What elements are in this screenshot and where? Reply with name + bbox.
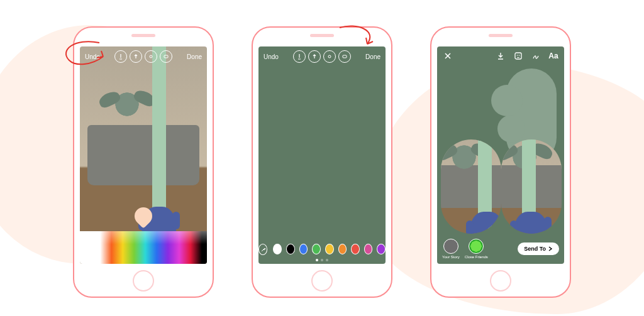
swatch-yellow[interactable]	[325, 244, 334, 254]
erased-reveal-right	[501, 139, 562, 234]
candle	[152, 46, 166, 216]
svg-point-0	[150, 55, 152, 58]
phone2-screen: Undo Done	[258, 46, 386, 264]
neon-tool[interactable]	[145, 50, 157, 63]
marker-tool[interactable]	[293, 50, 306, 63]
swatch-black[interactable]	[286, 244, 295, 254]
send-to-label: Send To	[524, 246, 546, 252]
page-dots	[258, 259, 386, 261]
swatch-purple[interactable]	[377, 244, 386, 254]
planter	[87, 125, 199, 186]
page-dot	[321, 259, 323, 261]
swatch-blue[interactable]	[299, 244, 308, 254]
sticker-icon[interactable]	[513, 50, 524, 62]
draw-icon[interactable]	[530, 50, 541, 62]
neon-tool[interactable]	[323, 50, 336, 63]
close-friends-label: Close Friends	[465, 255, 488, 259]
phone3-screen: Aa Your Story Close Friends Send To	[437, 46, 564, 264]
phone-row: Undo Done Undo	[0, 0, 644, 298]
swatch-pink[interactable]	[364, 244, 373, 254]
swatch-white[interactable]	[273, 244, 282, 254]
svg-point-2	[328, 55, 331, 58]
close-friends-button[interactable]: Close Friends	[465, 239, 488, 259]
color-spectrum[interactable]	[80, 231, 207, 264]
svg-rect-3	[343, 55, 347, 58]
swatch-orange[interactable]	[338, 244, 347, 254]
done-button[interactable]: Done	[186, 53, 203, 60]
svg-rect-1	[164, 55, 168, 58]
annotation-arrow-to-done	[336, 25, 380, 54]
done-button[interactable]: Done	[364, 53, 382, 60]
text-icon[interactable]: Aa	[548, 50, 559, 62]
undo-button[interactable]: Undo	[262, 53, 280, 60]
phone-frame-3: Aa Your Story Close Friends Send To	[430, 26, 571, 298]
svg-rect-4	[515, 53, 521, 59]
solid-fill	[258, 46, 386, 264]
phone-frame-1: Undo Done	[73, 26, 214, 298]
page-dot	[316, 259, 318, 261]
page-dot	[326, 259, 328, 261]
arrow-tool[interactable]	[308, 50, 321, 63]
home-button	[311, 270, 333, 291]
save-icon[interactable]	[495, 50, 506, 62]
color-swatches	[258, 244, 386, 255]
svg-point-5	[517, 55, 518, 56]
your-story-label: Your Story	[442, 255, 460, 259]
send-to-button[interactable]: Send To	[518, 242, 559, 255]
eraser-tool[interactable]	[160, 50, 172, 63]
swatch-red[interactable]	[351, 244, 360, 254]
home-button	[133, 270, 154, 291]
swatch-green[interactable]	[312, 244, 321, 254]
close-icon[interactable]	[442, 50, 453, 62]
eyedropper-button[interactable]	[258, 244, 267, 255]
avatar-your-story	[443, 239, 458, 254]
home-button	[490, 270, 511, 291]
story-top-toolbar: Aa	[437, 50, 564, 62]
annotation-arrow-to-undo	[62, 39, 118, 70]
succulent	[105, 85, 149, 123]
svg-point-6	[519, 55, 520, 56]
arrow-tool[interactable]	[130, 50, 142, 63]
chevron-right-icon	[548, 246, 553, 251]
phone-frame-2: Undo Done	[252, 26, 392, 298]
story-bottom-bar: Your Story Close Friends Send To	[437, 239, 564, 259]
phone1-screen: Undo Done	[80, 46, 207, 264]
your-story-button[interactable]: Your Story	[442, 239, 460, 259]
erased-reveal-left	[441, 139, 501, 234]
avatar-close-friends	[469, 239, 484, 254]
